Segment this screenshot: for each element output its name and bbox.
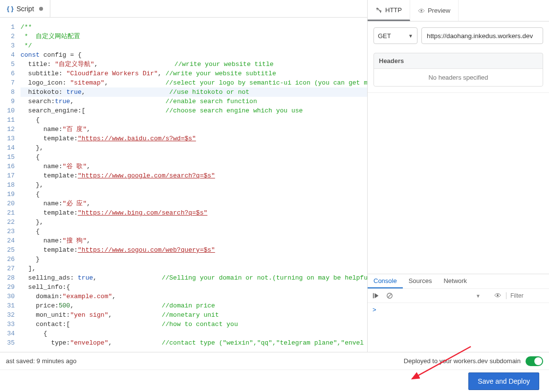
status-bar: ast saved: 9 minutes ago Deployed to you…: [0, 352, 549, 370]
code-editor[interactable]: 1234567891011121314151617181920212223242…: [0, 18, 367, 352]
editor-tab-script[interactable]: { } Script: [0, 0, 50, 17]
headers-title: Headers: [374, 53, 543, 69]
console-body[interactable]: >: [368, 303, 549, 352]
devtab-sources[interactable]: Sources: [403, 274, 438, 288]
braces-icon: { }: [7, 5, 14, 12]
svg-rect-1: [373, 293, 374, 299]
console-filter-input[interactable]: [506, 292, 545, 299]
tab-preview-label: Preview: [428, 7, 450, 14]
svg-point-4: [497, 294, 499, 296]
http-method-value: GET: [378, 32, 391, 40]
deploy-subdomain-text: Deployed to your workers.dev subdomain: [404, 357, 521, 365]
http-panel: GET ▼ Headers No headers specified: [368, 22, 549, 93]
deploy-toggle[interactable]: [526, 356, 543, 366]
devtools-tabs: Console Sources Network: [368, 274, 549, 288]
devtab-network[interactable]: Network: [438, 274, 473, 288]
save-and-deploy-button[interactable]: Save and Deploy: [468, 372, 539, 390]
http-url-input[interactable]: [421, 27, 543, 44]
console-prompt: >: [373, 306, 376, 313]
visibility-icon[interactable]: [494, 292, 501, 300]
headers-box: Headers No headers specified: [373, 53, 543, 87]
headers-empty: No headers specified: [374, 69, 543, 86]
unsaved-dot-icon: [39, 7, 43, 11]
code-body[interactable]: /** * 自定义网站配置 */const config = { title: …: [18, 18, 367, 352]
tab-preview[interactable]: Preview: [410, 0, 459, 21]
editor-pane: { } Script 12345678910111213141516171819…: [0, 0, 368, 352]
right-tabs: HTTP Preview: [368, 0, 549, 22]
svg-point-0: [420, 10, 422, 12]
tab-http[interactable]: HTTP: [368, 0, 410, 21]
eye-icon: [418, 7, 425, 14]
editor-tab-label: Script: [17, 5, 34, 13]
bottom-bar: Save and Deploy: [0, 370, 549, 392]
devtab-console[interactable]: Console: [368, 274, 403, 288]
right-pane: HTTP Preview GET ▼ Headers No head: [368, 0, 549, 352]
svg-line-3: [388, 294, 392, 298]
last-saved-text: ast saved: 9 minutes ago: [6, 357, 77, 365]
dropdown-tri-icon[interactable]: ▼: [476, 293, 481, 299]
chevron-down-icon: ▼: [408, 33, 413, 39]
play-step-icon[interactable]: [372, 291, 380, 300]
tab-http-label: HTTP: [385, 6, 402, 14]
editor-tabs: { } Script: [0, 0, 367, 18]
devtools-toolbar: ▼: [368, 288, 549, 303]
clear-console-icon[interactable]: [385, 291, 394, 300]
http-method-select[interactable]: GET ▼: [373, 27, 417, 44]
line-gutter: 1234567891011121314151617181920212223242…: [0, 18, 18, 352]
http-icon: [375, 6, 382, 13]
